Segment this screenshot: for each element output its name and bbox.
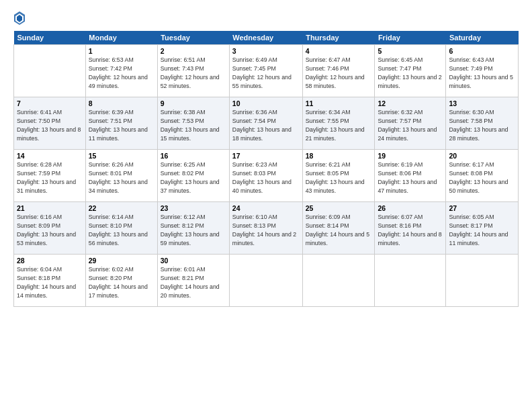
- table-row: [14, 45, 86, 97]
- table-row: 7Sunrise: 6:41 AMSunset: 7:50 PMDaylight…: [14, 97, 86, 150]
- day-number: 16: [161, 152, 226, 160]
- day-info: Sunrise: 6:10 AMSunset: 8:13 PMDaylight:…: [232, 214, 296, 246]
- table-row: 28Sunrise: 6:04 AMSunset: 8:18 PMDayligh…: [14, 255, 86, 307]
- table-row: [375, 255, 446, 307]
- day-number: 5: [378, 47, 443, 55]
- day-number: 12: [378, 99, 443, 107]
- day-info: Sunrise: 6:47 AMSunset: 7:46 PMDaylight:…: [306, 56, 365, 89]
- table-row: 10Sunrise: 6:36 AMSunset: 7:54 PMDayligh…: [229, 97, 302, 150]
- table-row: 21Sunrise: 6:16 AMSunset: 8:09 PMDayligh…: [14, 202, 86, 255]
- calendar-header-row: Sunday Monday Tuesday Wednesday Thursday…: [14, 31, 519, 45]
- day-number: 7: [17, 99, 83, 107]
- day-number: 25: [306, 204, 372, 212]
- col-saturday: Saturday: [446, 31, 519, 45]
- table-row: 5Sunrise: 6:45 AMSunset: 7:47 PMDaylight…: [375, 45, 446, 97]
- table-row: 20Sunrise: 6:17 AMSunset: 8:08 PMDayligh…: [446, 150, 519, 202]
- day-info: Sunrise: 6:07 AMSunset: 8:16 PMDaylight:…: [378, 214, 441, 246]
- day-info: Sunrise: 6:21 AMSunset: 8:05 PMDaylight:…: [306, 161, 365, 194]
- day-info: Sunrise: 6:17 AMSunset: 8:08 PMDaylight:…: [449, 161, 508, 194]
- table-row: [229, 255, 302, 307]
- col-sunday: Sunday: [14, 31, 86, 45]
- day-number: 27: [449, 204, 515, 212]
- day-number: 4: [306, 47, 372, 55]
- day-number: 3: [232, 47, 300, 55]
- table-row: 17Sunrise: 6:23 AMSunset: 8:03 PMDayligh…: [229, 150, 302, 202]
- day-info: Sunrise: 6:09 AMSunset: 8:14 PMDaylight:…: [306, 214, 369, 246]
- calendar-table: Sunday Monday Tuesday Wednesday Thursday…: [13, 31, 519, 307]
- day-number: 14: [17, 152, 83, 160]
- table-row: 9Sunrise: 6:38 AMSunset: 7:53 PMDaylight…: [157, 97, 229, 150]
- logo: [13, 11, 27, 26]
- table-row: 23Sunrise: 6:12 AMSunset: 8:12 PMDayligh…: [157, 202, 229, 255]
- day-info: Sunrise: 6:43 AMSunset: 7:49 PMDaylight:…: [449, 56, 513, 89]
- day-number: 19: [378, 152, 443, 160]
- day-info: Sunrise: 6:16 AMSunset: 8:09 PMDaylight:…: [17, 214, 76, 246]
- day-info: Sunrise: 6:36 AMSunset: 7:54 PMDaylight:…: [232, 109, 292, 142]
- table-row: 15Sunrise: 6:26 AMSunset: 8:01 PMDayligh…: [85, 150, 157, 202]
- table-row: 29Sunrise: 6:02 AMSunset: 8:20 PMDayligh…: [85, 255, 157, 307]
- day-number: 9: [161, 99, 226, 107]
- day-number: 29: [89, 257, 154, 265]
- day-info: Sunrise: 6:38 AMSunset: 7:53 PMDaylight:…: [161, 109, 220, 142]
- day-info: Sunrise: 6:23 AMSunset: 8:03 PMDaylight:…: [232, 161, 292, 194]
- day-info: Sunrise: 6:30 AMSunset: 7:58 PMDaylight:…: [449, 109, 508, 142]
- day-number: 24: [232, 204, 300, 212]
- page: Sunday Monday Tuesday Wednesday Thursday…: [0, 0, 532, 411]
- day-info: Sunrise: 6:05 AMSunset: 8:17 PMDaylight:…: [449, 214, 508, 246]
- calendar-week-row: 1Sunrise: 6:53 AMSunset: 7:42 PMDaylight…: [14, 45, 519, 97]
- day-number: 21: [17, 204, 83, 212]
- day-number: 15: [89, 152, 154, 160]
- day-info: Sunrise: 6:25 AMSunset: 8:02 PMDaylight:…: [161, 161, 220, 194]
- day-info: Sunrise: 6:34 AMSunset: 7:55 PMDaylight:…: [306, 109, 365, 142]
- day-info: Sunrise: 6:28 AMSunset: 7:59 PMDaylight:…: [17, 161, 76, 194]
- calendar-week-row: 21Sunrise: 6:16 AMSunset: 8:09 PMDayligh…: [14, 202, 519, 255]
- table-row: 22Sunrise: 6:14 AMSunset: 8:10 PMDayligh…: [85, 202, 157, 255]
- day-number: 11: [306, 99, 372, 107]
- table-row: 4Sunrise: 6:47 AMSunset: 7:46 PMDaylight…: [302, 45, 375, 97]
- day-info: Sunrise: 6:02 AMSunset: 8:20 PMDaylight:…: [89, 266, 148, 299]
- day-number: 17: [232, 152, 300, 160]
- calendar-week-row: 28Sunrise: 6:04 AMSunset: 8:18 PMDayligh…: [14, 255, 519, 307]
- day-number: 8: [89, 99, 154, 107]
- day-number: 22: [89, 204, 154, 212]
- day-number: 1: [89, 47, 154, 55]
- calendar-week-row: 7Sunrise: 6:41 AMSunset: 7:50 PMDaylight…: [14, 97, 519, 150]
- day-info: Sunrise: 6:39 AMSunset: 7:51 PMDaylight:…: [89, 109, 148, 142]
- day-number: 20: [449, 152, 515, 160]
- calendar-week-row: 14Sunrise: 6:28 AMSunset: 7:59 PMDayligh…: [14, 150, 519, 202]
- col-tuesday: Tuesday: [157, 31, 229, 45]
- col-monday: Monday: [85, 31, 157, 45]
- day-number: 2: [161, 47, 226, 55]
- day-info: Sunrise: 6:19 AMSunset: 8:06 PMDaylight:…: [378, 161, 437, 194]
- table-row: 27Sunrise: 6:05 AMSunset: 8:17 PMDayligh…: [446, 202, 519, 255]
- day-number: 6: [449, 47, 515, 55]
- table-row: 24Sunrise: 6:10 AMSunset: 8:13 PMDayligh…: [229, 202, 302, 255]
- col-thursday: Thursday: [302, 31, 375, 45]
- day-info: Sunrise: 6:53 AMSunset: 7:42 PMDaylight:…: [89, 56, 148, 89]
- day-info: Sunrise: 6:01 AMSunset: 8:21 PMDaylight:…: [161, 266, 220, 299]
- table-row: 14Sunrise: 6:28 AMSunset: 7:59 PMDayligh…: [14, 150, 86, 202]
- day-info: Sunrise: 6:14 AMSunset: 8:10 PMDaylight:…: [89, 214, 148, 246]
- day-info: Sunrise: 6:41 AMSunset: 7:50 PMDaylight:…: [17, 109, 81, 142]
- table-row: 25Sunrise: 6:09 AMSunset: 8:14 PMDayligh…: [302, 202, 375, 255]
- table-row: 18Sunrise: 6:21 AMSunset: 8:05 PMDayligh…: [302, 150, 375, 202]
- table-row: 26Sunrise: 6:07 AMSunset: 8:16 PMDayligh…: [375, 202, 446, 255]
- col-friday: Friday: [375, 31, 446, 45]
- day-number: 18: [306, 152, 372, 160]
- table-row: 8Sunrise: 6:39 AMSunset: 7:51 PMDaylight…: [85, 97, 157, 150]
- day-number: 10: [232, 99, 300, 107]
- day-info: Sunrise: 6:12 AMSunset: 8:12 PMDaylight:…: [161, 214, 220, 246]
- table-row: 30Sunrise: 6:01 AMSunset: 8:21 PMDayligh…: [157, 255, 229, 307]
- logo-icon: [13, 11, 26, 26]
- day-number: 23: [161, 204, 226, 212]
- day-info: Sunrise: 6:26 AMSunset: 8:01 PMDaylight:…: [89, 161, 148, 194]
- day-info: Sunrise: 6:49 AMSunset: 7:45 PMDaylight:…: [232, 56, 292, 89]
- table-row: 11Sunrise: 6:34 AMSunset: 7:55 PMDayligh…: [302, 97, 375, 150]
- day-number: 28: [17, 257, 83, 265]
- table-row: 6Sunrise: 6:43 AMSunset: 7:49 PMDaylight…: [446, 45, 519, 97]
- col-wednesday: Wednesday: [229, 31, 302, 45]
- day-info: Sunrise: 6:04 AMSunset: 8:18 PMDaylight:…: [17, 266, 76, 299]
- day-info: Sunrise: 6:32 AMSunset: 7:57 PMDaylight:…: [378, 109, 437, 142]
- day-number: 13: [449, 99, 515, 107]
- day-info: Sunrise: 6:51 AMSunset: 7:43 PMDaylight:…: [161, 56, 220, 89]
